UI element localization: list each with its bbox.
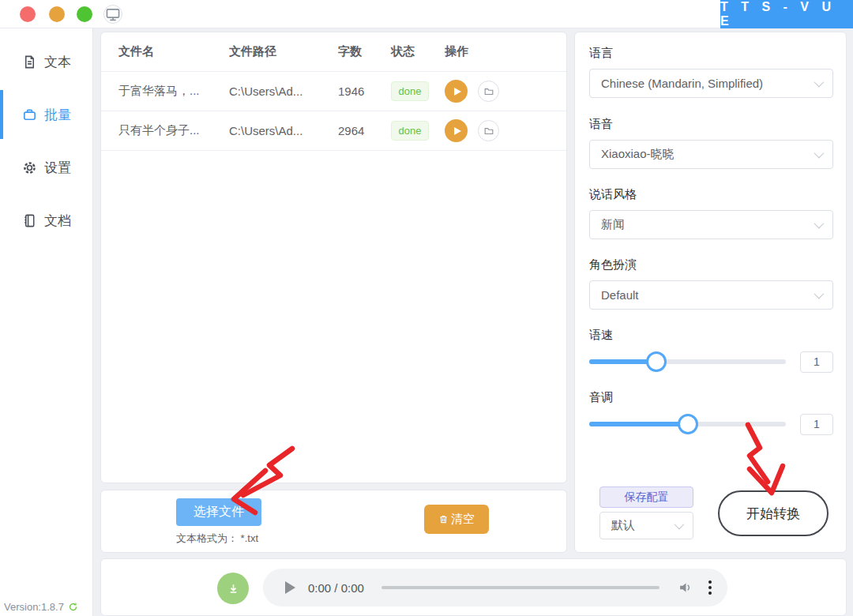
config-value: 默认: [611, 518, 635, 533]
role-label: 角色扮演: [589, 257, 833, 272]
table-header-row: 文件名 文件路径 字数 状态 操作: [101, 32, 566, 72]
word-count: 2964: [338, 124, 391, 137]
maximize-button[interactable]: [77, 6, 92, 22]
download-audio-button[interactable]: [217, 573, 249, 604]
clear-button[interactable]: 清空: [424, 505, 489, 534]
batch-icon: [22, 107, 37, 122]
file-path: C:\Users\Ad...: [229, 124, 338, 137]
status-badge: done: [391, 81, 429, 101]
config-select[interactable]: 默认: [599, 512, 693, 539]
start-convert-button[interactable]: 开始转换: [718, 490, 829, 536]
save-config-button[interactable]: 保存配置: [599, 486, 693, 508]
style-value: 新闻: [601, 217, 625, 232]
version-text: Version:1.8.7: [4, 601, 64, 613]
sidebar: 文本 批量 设置 文档 Version:1.8.7: [0, 28, 93, 616]
clear-button-label: 清空: [451, 512, 475, 527]
chevron-down-icon: [814, 148, 825, 159]
table-row: 只有半个身子... C:\Users\Ad... 2964 done: [101, 111, 566, 151]
file-name: 于富华落马，...: [118, 84, 229, 99]
tts-settings-panel: 语言 Chinese (Mandarin, Simplified) 语音 Xia…: [574, 32, 847, 553]
play-icon: [454, 127, 461, 135]
book-icon: [22, 213, 37, 228]
minimize-button[interactable]: [49, 6, 65, 22]
role-value: Default: [601, 288, 639, 302]
play-audio-button[interactable]: [445, 119, 468, 142]
chevron-down-icon: [814, 77, 825, 88]
play-audio-button[interactable]: [445, 80, 468, 103]
open-folder-button[interactable]: [478, 120, 499, 141]
status-badge: done: [391, 121, 429, 141]
batch-file-table: 文件名 文件路径 字数 状态 操作 于富华落马，... C:\Users\Ad.…: [100, 32, 567, 483]
speed-value-input[interactable]: 1: [800, 351, 833, 373]
style-select[interactable]: 新闻: [589, 210, 833, 239]
select-file-button[interactable]: 选择文件: [176, 498, 261, 526]
folder-icon: [483, 86, 494, 97]
col-actions: 操作: [445, 44, 566, 59]
player-time: 0:00 / 0:00: [308, 581, 364, 595]
player-menu-button[interactable]: [708, 580, 712, 595]
chevron-down-icon: [814, 289, 825, 299]
sidebar-item-label: 文本: [44, 53, 71, 71]
pitch-slider-fill: [589, 422, 688, 426]
play-icon: [454, 88, 461, 96]
col-filepath: 文件路径: [229, 44, 338, 59]
table-row: 于富华落马，... C:\Users\Ad... 1946 done: [101, 72, 566, 111]
speed-slider[interactable]: [589, 359, 786, 364]
format-hint: 文本格式为： *.txt: [176, 531, 258, 546]
chevron-down-icon: [675, 520, 685, 530]
word-count: 1946: [338, 85, 391, 98]
voice-label: 语音: [589, 117, 833, 132]
app-logo: T T S - V U E: [720, 0, 853, 28]
pitch-slider[interactable]: [589, 422, 786, 426]
sidebar-item-settings[interactable]: 设置: [0, 150, 93, 185]
sidebar-item-docs[interactable]: 文档: [0, 203, 93, 238]
file-path: C:\Users\Ad...: [229, 85, 338, 98]
language-label: 语言: [589, 46, 833, 61]
monitor-icon[interactable]: [103, 5, 122, 24]
audio-player: 0:00 / 0:00: [263, 569, 727, 607]
speed-label: 语速: [589, 328, 833, 343]
role-select[interactable]: Default: [589, 280, 833, 310]
col-filename: 文件名: [118, 44, 229, 59]
sidebar-item-label: 批量: [44, 106, 71, 124]
pitch-value-input[interactable]: 1: [800, 414, 833, 435]
player-play-button[interactable]: [285, 581, 295, 594]
file-select-section: 选择文件 文本格式为： *.txt 清空: [100, 490, 567, 553]
audio-player-bar: 0:00 / 0:00: [100, 558, 847, 616]
volume-icon[interactable]: [677, 579, 694, 596]
sidebar-item-batch[interactable]: 批量: [0, 97, 93, 132]
voice-select[interactable]: Xiaoxiao-晓晓: [589, 140, 833, 169]
language-select[interactable]: Chinese (Mandarin, Simplified): [589, 69, 833, 98]
chevron-down-icon: [814, 219, 825, 229]
version-label: Version:1.8.7: [4, 601, 78, 613]
col-status: 状态: [391, 44, 445, 59]
speed-slider-handle[interactable]: [646, 351, 667, 372]
folder-icon: [483, 126, 494, 137]
style-label: 说话风格: [589, 187, 833, 202]
volume-icon: [677, 579, 694, 596]
refresh-icon[interactable]: [68, 602, 78, 612]
sidebar-item-text[interactable]: 文本: [0, 44, 93, 79]
title-bar: T T S - V U E: [0, 0, 853, 28]
pitch-label: 音调: [589, 390, 833, 405]
trash-icon: [438, 514, 449, 524]
document-icon: [22, 54, 37, 69]
monitor-icon: [104, 6, 122, 23]
file-name: 只有半个身子...: [118, 123, 229, 138]
sidebar-item-label: 文档: [44, 212, 71, 230]
open-folder-button[interactable]: [478, 81, 499, 102]
col-wordcount: 字数: [338, 44, 391, 59]
download-icon: [227, 582, 240, 595]
player-progress-bar[interactable]: [381, 586, 659, 589]
gear-icon: [22, 160, 37, 175]
language-value: Chinese (Mandarin, Simplified): [601, 77, 763, 90]
sidebar-item-label: 设置: [44, 159, 71, 177]
close-button[interactable]: [20, 6, 36, 22]
voice-value: Xiaoxiao-晓晓: [601, 147, 675, 162]
pitch-slider-handle[interactable]: [678, 414, 698, 434]
